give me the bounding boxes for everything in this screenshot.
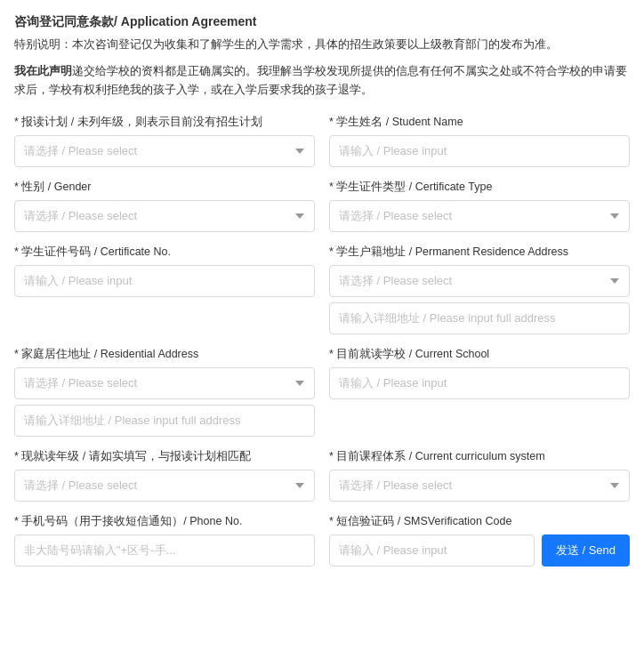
gender-select-wrapper: 请选择 / Please select xyxy=(14,200,315,232)
certificate-type-select-wrapper: 请选择 / Please select xyxy=(329,200,630,232)
current-school-label: * 目前就读学校 / Current School xyxy=(329,347,630,362)
residence-address-select-wrapper: 请选择 / Please select xyxy=(329,265,630,297)
sms-code-field: * 短信验证码 / SMSVerification Code 发送 / Send xyxy=(329,514,630,567)
sms-code-input[interactable] xyxy=(329,534,535,567)
certificate-no-field: * 学生证件号码 / Certificate No. xyxy=(14,245,315,334)
home-address-label: * 家庭居住地址 / Residential Address xyxy=(14,347,315,362)
phone-input[interactable] xyxy=(14,534,315,567)
certificate-type-label: * 学生证件类型 / Certificate Type xyxy=(329,180,630,195)
sms-input-row: 发送 / Send xyxy=(329,534,630,567)
certificate-type-field: * 学生证件类型 / Certificate Type 请选择 / Please… xyxy=(329,180,630,232)
agreement-declaration: 我在此声明递交给学校的资料都是正确属实的。我理解当学校发现所提供的信息有任何不属… xyxy=(14,62,630,100)
residence-address-detail-input[interactable] xyxy=(329,302,630,334)
agreement-header: 咨询登记同意条款/ Application Agreement 特别说明：本次咨… xyxy=(14,14,630,100)
current-curriculum-select[interactable]: 请选择 / Please select xyxy=(329,470,630,502)
gender-field: * 性别 / Gender 请选择 / Please select xyxy=(14,180,315,232)
enrollment-plan-select-wrapper: 请选择 / Please select xyxy=(14,135,315,167)
form-grid: * 报读计划 / 未列年级，则表示目前没有招生计划 请选择 / Please s… xyxy=(14,115,630,579)
gender-select[interactable]: 请选择 / Please select xyxy=(14,200,315,232)
residence-address-field: * 学生户籍地址 / Permanent Residence Address 请… xyxy=(329,245,630,334)
enrollment-plan-field: * 报读计划 / 未列年级，则表示目前没有招生计划 请选择 / Please s… xyxy=(14,115,315,167)
declaration-prefix: 我在此声明 xyxy=(14,65,72,77)
sms-send-button[interactable]: 发送 / Send xyxy=(542,534,630,567)
current-curriculum-field: * 目前课程体系 / Current curriculum system 请选择… xyxy=(329,449,630,502)
home-address-field: * 家庭居住地址 / Residential Address 请选择 / Ple… xyxy=(14,347,315,437)
current-grade-select-wrapper: 请选择 / Please select xyxy=(14,470,315,502)
student-name-field: * 学生姓名 / Student Name xyxy=(329,115,630,167)
current-school-field: * 目前就读学校 / Current School xyxy=(329,347,630,437)
current-curriculum-select-wrapper: 请选择 / Please select xyxy=(329,470,630,502)
current-school-input[interactable] xyxy=(329,367,630,399)
declaration-body: 递交给学校的资料都是正确属实的。我理解当学校发现所提供的信息有任何不属实之处或不… xyxy=(14,65,627,96)
phone-field: * 手机号码（用于接收短信通知）/ Phone No. xyxy=(14,514,315,567)
residence-address-label: * 学生户籍地址 / Permanent Residence Address xyxy=(329,245,630,260)
agreement-title: 咨询登记同意条款/ Application Agreement xyxy=(14,14,630,30)
current-grade-field: * 现就读年级 / 请如实填写，与报读计划相匹配 请选择 / Please se… xyxy=(14,449,315,502)
enrollment-plan-label: * 报读计划 / 未列年级，则表示目前没有招生计划 xyxy=(14,115,315,130)
current-curriculum-label: * 目前课程体系 / Current curriculum system xyxy=(329,449,630,464)
certificate-type-select[interactable]: 请选择 / Please select xyxy=(329,200,630,232)
student-name-input[interactable] xyxy=(329,135,630,167)
current-grade-select[interactable]: 请选择 / Please select xyxy=(14,470,315,502)
student-name-label: * 学生姓名 / Student Name xyxy=(329,115,630,130)
residence-address-select[interactable]: 请选择 / Please select xyxy=(329,265,630,297)
agreement-notice: 特别说明：本次咨询登记仅为收集和了解学生的入学需求，具体的招生政策要以上级教育部… xyxy=(14,36,630,53)
home-address-select-wrapper: 请选择 / Please select xyxy=(14,367,315,399)
home-address-detail-input[interactable] xyxy=(14,405,315,437)
home-address-select[interactable]: 请选择 / Please select xyxy=(14,367,315,399)
sms-code-label: * 短信验证码 / SMSVerification Code xyxy=(329,514,630,529)
current-grade-label: * 现就读年级 / 请如实填写，与报读计划相匹配 xyxy=(14,449,315,464)
phone-label: * 手机号码（用于接收短信通知）/ Phone No. xyxy=(14,514,315,529)
certificate-no-input[interactable] xyxy=(14,265,315,297)
certificate-no-label: * 学生证件号码 / Certificate No. xyxy=(14,245,315,260)
enrollment-plan-select[interactable]: 请选择 / Please select xyxy=(14,135,315,167)
gender-label: * 性别 / Gender xyxy=(14,180,315,195)
